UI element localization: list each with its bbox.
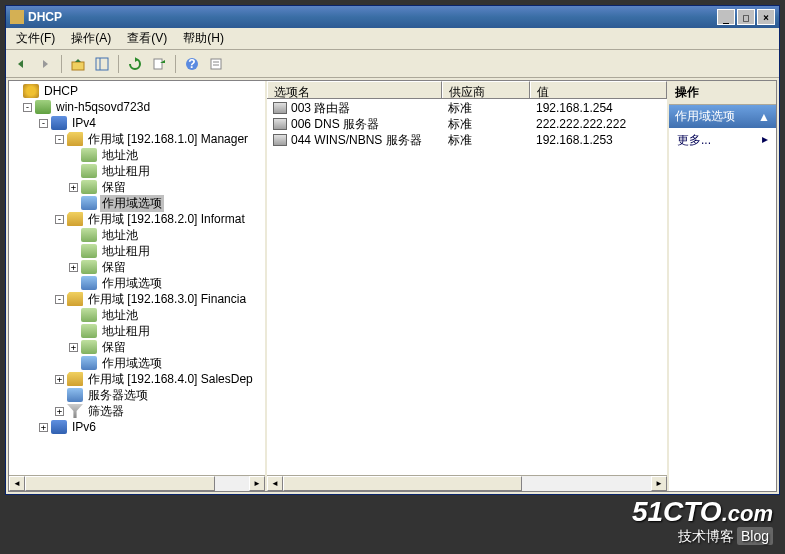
folder-icon — [67, 132, 83, 146]
action-pane: 操作 作用域选项 ▲ 更多... ▸ — [669, 81, 776, 491]
pool-icon — [81, 148, 97, 162]
tree-filters[interactable]: +筛选器 — [9, 403, 265, 419]
tree-server[interactable]: -win-h5qsovd723d — [9, 99, 265, 115]
watermark: 51CTO.com 技术博客 Blog — [632, 496, 773, 546]
expander-minus-icon[interactable]: - — [23, 103, 32, 112]
list-header: 选项名 供应商 值 — [267, 81, 667, 99]
forward-button[interactable] — [34, 53, 56, 75]
expander-plus-icon[interactable]: + — [39, 423, 48, 432]
tree-view[interactable]: DHCP -win-h5qsovd723d -IPv4 -作用域 [192.16… — [9, 81, 265, 475]
option-icon — [273, 134, 287, 146]
reserve-icon — [81, 260, 97, 274]
scroll-left-button[interactable]: ◄ — [267, 476, 283, 491]
tree-scope-2[interactable]: -作用域 [192.168.2.0] Informat — [9, 211, 265, 227]
horizontal-scrollbar[interactable]: ◄ ► — [9, 475, 265, 491]
expander-plus-icon[interactable]: + — [69, 183, 78, 192]
tree-scope-1[interactable]: -作用域 [192.168.1.0] Manager — [9, 131, 265, 147]
column-value[interactable]: 值 — [530, 81, 667, 98]
tree-scope-options-selected[interactable]: 作用域选项 — [9, 195, 265, 211]
scroll-right-button[interactable]: ► — [651, 476, 667, 491]
tree-reservations[interactable]: +保留 — [9, 339, 265, 355]
action-more[interactable]: 更多... ▸ — [669, 128, 776, 153]
help-button[interactable]: ? — [181, 53, 203, 75]
tree-reservations[interactable]: +保留 — [9, 179, 265, 195]
up-button[interactable] — [67, 53, 89, 75]
scroll-thumb[interactable] — [25, 476, 215, 491]
tree-server-options[interactable]: 服务器选项 — [9, 387, 265, 403]
action-section-header[interactable]: 作用域选项 ▲ — [669, 105, 776, 128]
tree-ipv6[interactable]: +IPv6 — [9, 419, 265, 435]
lease-icon — [81, 324, 97, 338]
menu-file[interactable]: 文件(F) — [8, 28, 63, 49]
tree-address-pool[interactable]: 地址池 — [9, 147, 265, 163]
tree-ipv4[interactable]: -IPv4 — [9, 115, 265, 131]
tree-scope-options[interactable]: 作用域选项 — [9, 355, 265, 371]
scroll-left-button[interactable]: ◄ — [9, 476, 25, 491]
expander-plus-icon[interactable]: + — [69, 343, 78, 352]
reserve-icon — [81, 180, 97, 194]
show-hide-tree-button[interactable] — [91, 53, 113, 75]
expander-minus-icon[interactable]: - — [39, 119, 48, 128]
options-icon — [81, 196, 97, 210]
scroll-right-button[interactable]: ► — [249, 476, 265, 491]
svg-rect-0 — [72, 62, 84, 70]
tree-scope-4[interactable]: +作用域 [192.168.4.0] SalesDep — [9, 371, 265, 387]
properties-button[interactable] — [205, 53, 227, 75]
collapse-arrow-icon: ▲ — [758, 110, 770, 124]
list-item[interactable]: 003 路由器 标准 192.168.1.254 — [267, 100, 667, 116]
refresh-button[interactable] — [124, 53, 146, 75]
export-button[interactable] — [148, 53, 170, 75]
minimize-button[interactable]: _ — [717, 9, 735, 25]
list-item[interactable]: 006 DNS 服务器 标准 222.222.222.222 — [267, 116, 667, 132]
column-option-name[interactable]: 选项名 — [267, 81, 442, 98]
scroll-track[interactable] — [283, 476, 651, 491]
tree-address-leases[interactable]: 地址租用 — [9, 163, 265, 179]
menu-help[interactable]: 帮助(H) — [175, 28, 232, 49]
option-icon — [273, 118, 287, 130]
dhcp-icon — [23, 84, 39, 98]
back-button[interactable] — [10, 53, 32, 75]
ipv4-icon — [51, 116, 67, 130]
tree-root-dhcp[interactable]: DHCP — [9, 83, 265, 99]
scroll-track[interactable] — [25, 476, 249, 491]
folder-icon — [67, 372, 83, 386]
tree-scope-options[interactable]: 作用域选项 — [9, 275, 265, 291]
expander-minus-icon[interactable]: - — [55, 295, 64, 304]
tree-address-leases[interactable]: 地址租用 — [9, 243, 265, 259]
reserve-icon — [81, 340, 97, 354]
horizontal-scrollbar[interactable]: ◄ ► — [267, 475, 667, 491]
svg-rect-6 — [211, 59, 221, 69]
expander-plus-icon[interactable]: + — [69, 263, 78, 272]
option-icon — [273, 102, 287, 114]
svg-rect-1 — [96, 58, 108, 70]
expander-minus-icon[interactable]: - — [55, 135, 64, 144]
menu-view[interactable]: 查看(V) — [119, 28, 175, 49]
client-area: DHCP -win-h5qsovd723d -IPv4 -作用域 [192.16… — [8, 80, 777, 492]
title-bar[interactable]: DHCP _ □ × — [6, 6, 779, 28]
server-icon — [35, 100, 51, 114]
tree-address-leases[interactable]: 地址租用 — [9, 323, 265, 339]
expander-plus-icon[interactable]: + — [55, 407, 64, 416]
scroll-thumb[interactable] — [283, 476, 522, 491]
pool-icon — [81, 308, 97, 322]
toolbar-separator — [175, 55, 176, 73]
list-view[interactable]: 003 路由器 标准 192.168.1.254 006 DNS 服务器 标准 … — [267, 99, 667, 475]
list-item[interactable]: 044 WINS/NBNS 服务器 标准 192.168.1.253 — [267, 132, 667, 148]
tree-address-pool[interactable]: 地址池 — [9, 227, 265, 243]
maximize-button[interactable]: □ — [737, 9, 755, 25]
tree-pane: DHCP -win-h5qsovd723d -IPv4 -作用域 [192.16… — [9, 81, 267, 491]
tree-address-pool[interactable]: 地址池 — [9, 307, 265, 323]
menu-action[interactable]: 操作(A) — [63, 28, 119, 49]
chevron-right-icon: ▸ — [762, 132, 768, 149]
folder-icon — [67, 292, 83, 306]
tree-scope-3[interactable]: -作用域 [192.168.3.0] Financia — [9, 291, 265, 307]
list-pane: 选项名 供应商 值 003 路由器 标准 192.168.1.254 006 D… — [267, 81, 669, 491]
ipv6-icon — [51, 420, 67, 434]
menu-bar: 文件(F) 操作(A) 查看(V) 帮助(H) — [6, 28, 779, 50]
close-button[interactable]: × — [757, 9, 775, 25]
action-pane-title: 操作 — [669, 81, 776, 105]
column-vendor[interactable]: 供应商 — [442, 81, 530, 98]
expander-plus-icon[interactable]: + — [55, 375, 64, 384]
tree-reservations[interactable]: +保留 — [9, 259, 265, 275]
expander-minus-icon[interactable]: - — [55, 215, 64, 224]
